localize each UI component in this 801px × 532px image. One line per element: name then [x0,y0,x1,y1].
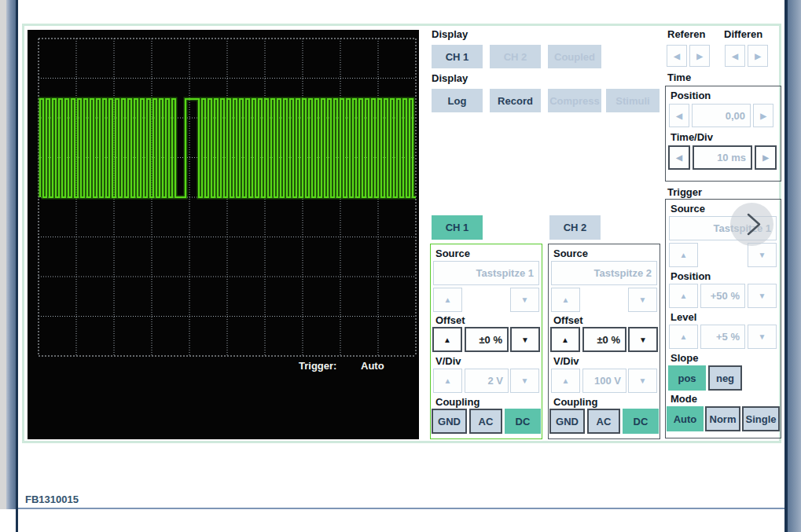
trigger-slope-label: Slope [671,352,698,364]
waveform-plot [28,30,419,439]
up-arrow-icon: ▲ [680,332,688,341]
left-blue-stripe [6,0,16,509]
left-arrow-icon: ◀ [676,112,682,120]
bottom-rule [18,508,784,509]
display-stimuli-button[interactable]: Stimuli [606,89,660,112]
trigger-status-label: Trigger: [299,360,336,372]
up-arrow-icon: ▲ [562,295,570,304]
trigger-level-value: +5 % [700,325,745,349]
ch2-vdiv-down-button[interactable]: ▼ [628,369,657,393]
chevron-right-icon [730,203,773,246]
display-coupled-button[interactable]: Coupled [548,45,601,68]
next-page-button[interactable] [730,203,773,246]
scope-display: Trigger: Auto [28,30,419,439]
display-ch2-button[interactable]: CH 2 [490,45,541,68]
up-arrow-icon: ▲ [444,295,452,304]
ch1-vdiv-down-button[interactable]: ▼ [510,369,539,393]
figure-code: FB1310015 [25,493,79,505]
ch1-source-label: Source [435,248,470,259]
display-log-button[interactable]: Log [432,89,483,112]
down-arrow-icon: ▼ [521,295,529,304]
trigger-level-down-button[interactable]: ▼ [748,325,777,349]
ch2-offset-value: ±0 % [582,327,626,352]
ch2-coupling-gnd-button[interactable]: GND [549,409,585,434]
ch2-button[interactable]: CH 2 [549,215,601,240]
display-ch1-button[interactable]: CH 1 [432,45,483,68]
trigger-position-value: +50 % [700,284,745,308]
right-arrow-icon: ▶ [762,153,769,162]
ch1-vdiv-value: 2 V [465,369,509,393]
ch1-offset-value: ±0 % [465,327,509,352]
oscilloscope-screen: Trigger: Auto Display CH 1 CH 2 Coupled … [0,0,801,532]
up-arrow-icon: ▲ [680,251,688,259]
ch2-vdiv-label: V/Div [553,355,579,367]
trigger-position-up-button[interactable]: ▲ [669,284,698,308]
display-channels-label: Display [432,28,468,40]
up-arrow-icon: ▲ [443,336,451,344]
trigger-level-label: Level [671,311,696,323]
trigger-slope-neg-button[interactable]: neg [708,365,742,391]
ch2-offset-down-button[interactable]: ▼ [628,327,658,352]
ch1-coupling-dc-button[interactable]: DC [505,409,541,434]
trigger-level-up-button[interactable]: ▲ [669,325,698,349]
ch2-coupling-ac-button[interactable]: AC [587,409,620,434]
trigger-position-label: Position [671,270,711,282]
ch1-button[interactable]: CH 1 [432,215,483,240]
up-arrow-icon: ▲ [562,376,570,385]
ch2-source-down-button[interactable]: ▼ [628,288,657,312]
trigger-label: Trigger [667,186,702,198]
down-arrow-icon: ▼ [639,295,647,304]
time-position-label: Position [671,90,711,101]
up-arrow-icon: ▲ [444,376,452,385]
ch2-source-label: Source [553,248,588,259]
difference-prev-button[interactable]: ◀ [725,45,745,67]
left-arrow-icon: ◀ [676,153,682,162]
down-arrow-icon: ▼ [759,332,766,341]
up-arrow-icon: ▲ [680,292,688,300]
reference-prev-button[interactable]: ◀ [667,45,687,67]
ch1-source-down-button[interactable]: ▼ [510,288,539,312]
difference-next-button[interactable]: ▶ [748,45,768,67]
ch1-offset-up-button[interactable]: ▲ [432,327,462,352]
ch1-source-up-button[interactable]: ▲ [433,288,462,312]
difference-label: Differen [724,28,762,40]
ch1-offset-down-button[interactable]: ▼ [510,327,540,352]
display-compress-button[interactable]: Compress [548,89,601,112]
down-arrow-icon: ▼ [759,292,766,300]
down-arrow-icon: ▼ [759,251,766,259]
ch2-source-value: Tastspitze 2 [551,261,657,285]
right-arrow-icon: ▶ [696,52,703,61]
trigger-mode-norm-button[interactable]: Norm [705,406,740,431]
timediv-decrease-button[interactable]: ◀ [668,145,690,170]
timediv-label: Time/Div [671,131,713,143]
down-arrow-icon: ▼ [639,376,647,385]
time-position-value: 0,00 [692,104,751,127]
timediv-increase-button[interactable]: ▶ [755,145,777,170]
ch2-source-up-button[interactable]: ▲ [551,288,580,312]
trigger-source-down-button[interactable]: ▼ [748,243,777,267]
trigger-position-down-button[interactable]: ▼ [748,284,777,308]
trigger-source-up-button[interactable]: ▲ [669,243,698,267]
ch2-vdiv-up-button[interactable]: ▲ [551,369,580,393]
right-arrow-icon: ▶ [760,112,766,120]
ch2-coupling-label: Coupling [553,396,597,408]
trigger-mode-single-button[interactable]: Single [742,406,780,431]
trigger-mode-auto-button[interactable]: Auto [667,406,704,431]
display-record-button[interactable]: Record [490,89,541,112]
left-gray-stripe [0,0,6,509]
ch2-offset-up-button[interactable]: ▲ [550,327,580,352]
ch1-offset-label: Offset [435,314,465,326]
reference-next-button[interactable]: ▶ [689,45,710,67]
time-position-increase-button[interactable]: ▶ [753,104,773,127]
ch1-vdiv-up-button[interactable]: ▲ [433,369,462,393]
time-position-decrease-button[interactable]: ◀ [669,104,689,127]
right-arrow-icon: ▶ [755,52,761,61]
up-arrow-icon: ▲ [561,336,569,344]
trigger-mode-label: Mode [671,393,697,405]
trigger-slope-pos-button[interactable]: pos [668,365,706,391]
ch1-coupling-gnd-button[interactable]: GND [432,409,467,434]
ch1-coupling-ac-button[interactable]: AC [469,409,502,434]
right-blue-stripe [788,0,801,532]
down-arrow-icon: ▼ [521,376,529,385]
ch2-coupling-dc-button[interactable]: DC [623,409,659,434]
